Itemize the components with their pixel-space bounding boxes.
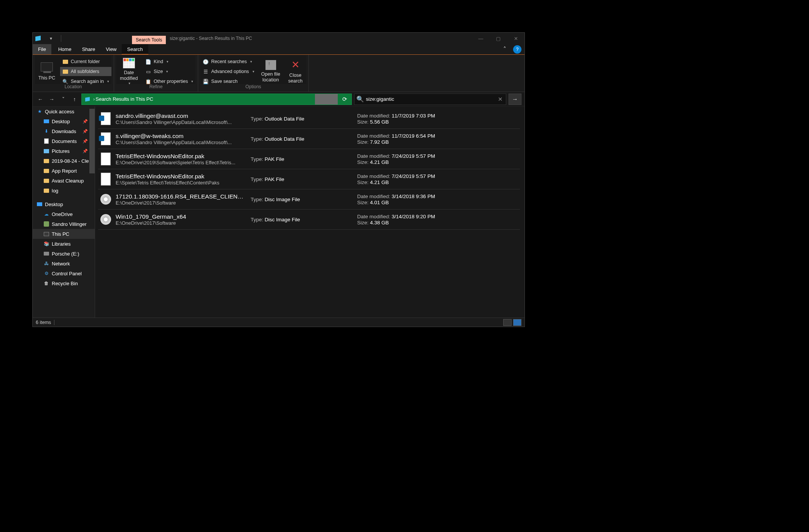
fold-icon	[43, 187, 49, 194]
tree-item[interactable]: App Report	[33, 166, 95, 176]
recent-locations-button[interactable]: ˅	[59, 95, 68, 104]
all-subfolders-label: All subfolders	[71, 69, 99, 74]
properties-icon: 📋	[145, 78, 151, 84]
tab-view[interactable]: View	[100, 44, 122, 54]
tree-item[interactable]: ⬇Downloads📌	[33, 126, 95, 136]
result-row[interactable]: s.villinger@w-tweaks.com C:\Users\Sandro…	[98, 129, 520, 149]
tree-item[interactable]: Sandro Villinger	[33, 219, 95, 229]
tree-item[interactable]: log	[33, 186, 95, 195]
result-row[interactable]: Win10_1709_German_x64 E:\OneDrive\2017\S…	[98, 210, 520, 230]
quick-access-label: Quick access	[45, 109, 74, 114]
forward-button[interactable]: →	[47, 95, 56, 104]
pin-icon: 📌	[83, 119, 88, 124]
search-tools-tab[interactable]: Search Tools	[132, 36, 166, 44]
refresh-button[interactable]: ⟳	[338, 94, 351, 105]
result-path: E:\OneDrive\2017\Software	[116, 220, 247, 226]
tree-item[interactable]: This PC	[33, 229, 95, 239]
tree-item[interactable]: 🖧Network	[33, 259, 95, 268]
folder-tree-icon	[62, 68, 68, 75]
ribbon: This PC Current folder All subfolders 🔍S…	[33, 55, 524, 92]
tree-item[interactable]: ⚙Control Panel	[33, 268, 95, 278]
result-type: Type: Outlook Data File	[251, 136, 353, 142]
maximize-button[interactable]: ▢	[490, 33, 507, 44]
tree-item[interactable]: Desktop📌	[33, 116, 95, 126]
desktop-label: Desktop	[45, 202, 63, 207]
file-type-icon	[100, 212, 112, 227]
result-meta: Date modified: 3/14/2018 9:20 PM Size: 4…	[357, 213, 518, 226]
results-list: sandro.villinger@avast.com C:\Users\Sand…	[95, 106, 524, 318]
open-file-location-label: Open file location	[258, 71, 283, 83]
search-go-button[interactable]: →	[509, 94, 521, 105]
tree-item[interactable]: 🗑Recycle Bin	[33, 278, 95, 288]
breadcrumb[interactable]: Search Results in This PC	[95, 96, 315, 102]
tab-search[interactable]: Search	[122, 44, 148, 55]
tree-item[interactable]: Documents📌	[33, 136, 95, 146]
this-pc-button[interactable]: This PC	[35, 57, 59, 86]
recent-searches-dropdown[interactable]: 🕘Recent searches	[200, 57, 256, 66]
advanced-options-dropdown[interactable]: ☰Advanced options	[200, 67, 256, 76]
details-view-button[interactable]	[503, 319, 512, 326]
clear-search-button[interactable]: ✕	[494, 96, 506, 103]
minimize-button[interactable]: —	[472, 33, 490, 44]
x-icon: ✕	[291, 59, 300, 71]
tree-item[interactable]: 2019-08-24 - Cle	[33, 156, 95, 166]
ribbon-group-refine: Date modified 📄Kind ▭Size 📋Other propert…	[114, 55, 198, 92]
tree-scrollbar[interactable]	[89, 109, 95, 173]
tree-item-label: Recycle Bin	[52, 281, 78, 286]
tree-quick-access[interactable]: ★Quick access	[33, 106, 95, 116]
tab-share[interactable]: Share	[77, 44, 101, 54]
tree-item[interactable]: Avast Cleanup	[33, 176, 95, 186]
save-icon: 💾	[203, 78, 209, 84]
this-pc-label: This PC	[38, 75, 55, 81]
tree-item-label: Downloads	[52, 129, 76, 134]
result-row[interactable]: TetrisEffect-WindowsNoEditor.pak E:\OneD…	[98, 149, 520, 169]
result-row[interactable]: sandro.villinger@avast.com C:\Users\Sand…	[98, 109, 520, 129]
all-subfolders-option[interactable]: All subfolders	[60, 67, 111, 76]
navigation-tree[interactable]: ★Quick access Desktop📌⬇Downloads📌Documen…	[33, 106, 95, 318]
tiles-view-button[interactable]	[513, 319, 521, 326]
file-type-icon	[100, 151, 112, 167]
open-file-location-button[interactable]: Open file location	[258, 57, 283, 86]
close-search-button[interactable]: ✕ Close search	[285, 57, 306, 86]
tree-item[interactable]: ☁OneDrive	[33, 209, 95, 219]
tab-file[interactable]: File	[33, 44, 51, 54]
tree-item[interactable]: Porsche (E:)	[33, 249, 95, 259]
up-button[interactable]: ↑	[70, 95, 79, 104]
size-dropdown[interactable]: ▭Size	[143, 67, 195, 76]
separator	[61, 35, 61, 42]
tree-item[interactable]: Pictures📌	[33, 146, 95, 156]
ribbon-group-options: 🕘Recent searches ☰Advanced options 💾Save…	[198, 55, 308, 92]
tree-item[interactable]: 📚Libraries	[33, 239, 95, 249]
app-icon	[33, 33, 43, 44]
clock-icon: 🕘	[203, 59, 209, 65]
back-button[interactable]: ←	[36, 95, 45, 104]
search-again-label: Search again in	[71, 79, 104, 84]
current-folder-option[interactable]: Current folder	[60, 57, 111, 66]
tab-home[interactable]: Home	[53, 44, 77, 54]
od-icon: ☁	[43, 211, 49, 217]
tree-desktop[interactable]: Desktop	[33, 199, 95, 209]
desk-icon	[43, 118, 49, 124]
result-row[interactable]: 17120.1.180309-1616.RS4_RELEASE_CLIENTCO…	[98, 189, 520, 210]
close-button[interactable]: ✕	[507, 33, 524, 44]
tree-item-label: Porsche (E:)	[52, 251, 79, 257]
dl-icon: ⬇	[43, 128, 49, 134]
date-modified-dropdown[interactable]: Date modified	[116, 57, 141, 86]
tree-item-label: This PC	[52, 231, 69, 237]
desktop-icon	[37, 201, 43, 207]
help-button[interactable]: ?	[513, 45, 521, 54]
result-row[interactable]: TetrisEffect-WindowsNoEditor.pak E:\Spie…	[98, 169, 520, 189]
kind-dropdown[interactable]: 📄Kind	[143, 57, 195, 66]
address-bar[interactable]: › Search Results in This PC ⟳	[81, 94, 352, 105]
fold-icon	[43, 168, 49, 174]
qat-dropdown[interactable]: ▾	[43, 36, 59, 41]
other-properties-label: Other properties	[154, 79, 188, 84]
search-input[interactable]	[366, 96, 494, 102]
net-icon: 🖧	[43, 260, 49, 267]
search-box[interactable]: 🔍 ✕	[354, 94, 506, 105]
size-label: Size	[154, 69, 163, 74]
ribbon-collapse-button[interactable]: ˄	[499, 44, 510, 54]
calendar-icon	[123, 58, 135, 68]
nav-bar: ← → ˅ ↑ › Search Results in This PC ⟳ 🔍 …	[33, 92, 524, 106]
doc-icon	[43, 138, 49, 144]
